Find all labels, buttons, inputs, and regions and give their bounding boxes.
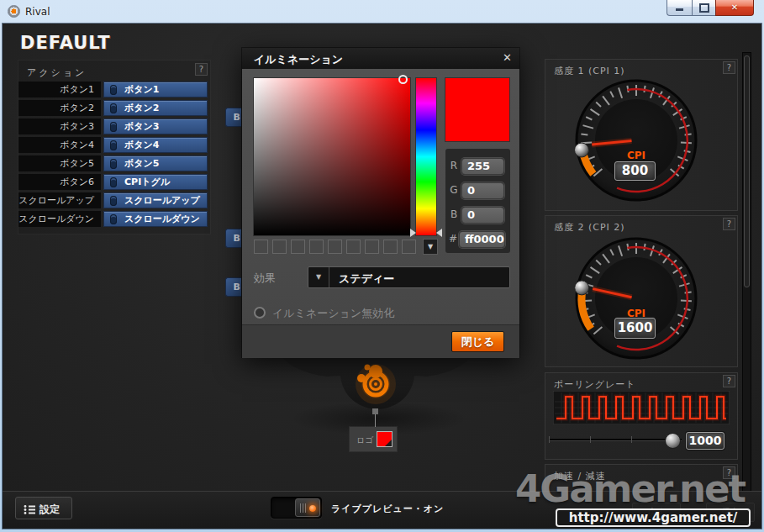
watermark-url: http://www.4gamer.net/	[556, 508, 751, 527]
settings-label: 設定	[40, 503, 60, 517]
effect-label: 効果	[254, 271, 276, 286]
chevron-down-icon[interactable]: ▼	[308, 267, 329, 287]
saturation-value-picker[interactable]	[254, 78, 410, 235]
hue-slider[interactable]	[416, 78, 436, 235]
action-assignment-button[interactable]: スクロールダウン	[103, 211, 208, 227]
live-preview-label: ライブプレビュー・オン	[331, 503, 444, 515]
action-row: スクロールアップ スクロールアップ	[18, 192, 210, 208]
cpi2-gauge[interactable]	[573, 235, 699, 361]
cpi1-help-button[interactable]: ?	[723, 61, 735, 74]
color-swatch[interactable]	[272, 240, 287, 254]
toggle-knob[interactable]	[295, 498, 320, 517]
r-input[interactable]: 255	[461, 158, 504, 175]
color-swatch[interactable]	[346, 240, 361, 254]
g-input[interactable]: 0	[461, 182, 504, 199]
b-input[interactable]: 0	[461, 207, 504, 224]
color-picker-cursor[interactable]	[398, 75, 408, 84]
effect-dropdown[interactable]: ▼ ステディー	[308, 266, 510, 288]
swatch-corner	[385, 440, 392, 446]
mouse-icon	[110, 196, 117, 206]
action-label: スクロールダウン	[18, 211, 101, 227]
slider-tick	[590, 436, 591, 443]
illumination-dialog: イルミネーション ✕ R 255 G 0 B 0 # ff0000	[242, 48, 519, 357]
minimize-icon	[676, 8, 683, 11]
cpi2-help-button[interactable]: ?	[723, 218, 735, 230]
logo-color-button[interactable]: ロゴ	[350, 427, 397, 451]
polling-slider-track[interactable]	[549, 439, 682, 440]
color-swatch[interactable]	[383, 240, 398, 254]
action-label: ボタン2	[18, 100, 101, 116]
hex-input[interactable]: ff0000	[459, 231, 505, 248]
mouse-icon	[110, 214, 117, 224]
minimize-button[interactable]	[667, 0, 692, 16]
logo-label: ロゴ	[356, 435, 373, 446]
action-assignment-button[interactable]: スクロールアップ	[103, 192, 208, 208]
maximize-icon	[699, 3, 709, 13]
polling-waveform	[553, 391, 730, 424]
hue-handle-left-icon[interactable]	[410, 229, 416, 237]
cpi2-value-input[interactable]: 1600	[614, 318, 656, 339]
polling-help-button[interactable]: ?	[723, 375, 735, 387]
grip-icon	[300, 503, 307, 513]
r-label: R	[449, 160, 459, 171]
action-row: ボタン6 CPIトグル	[18, 174, 210, 190]
color-swatch[interactable]	[291, 240, 305, 254]
mouse-icon	[110, 122, 117, 132]
actions-panel: アクション ? ボタン1 ボタン1 ボタン2 ボタン2 ボタン3 ボタン3 ボタ…	[18, 61, 210, 234]
action-label: スクロールアップ	[18, 192, 101, 208]
action-assignment-button[interactable]: ボタン5	[103, 155, 208, 171]
hue-handle-right-icon[interactable]	[436, 229, 442, 237]
cpi2-title: 感度 2 (CPI 2)	[554, 221, 625, 234]
cpi1-gauge[interactable]	[573, 77, 699, 203]
gauge-drag-handle	[575, 281, 589, 295]
action-row: ボタン4 ボタン4	[18, 137, 210, 153]
close-button[interactable]: ✕	[715, 0, 754, 16]
settings-button[interactable]: 設定	[15, 497, 72, 519]
window-titlebar[interactable]: Rival ✕	[0, 0, 764, 24]
action-label: ボタン1	[18, 82, 101, 97]
main-content: DEFAULT アクション ? ボタン1 ボタン1 ボタン2 ボタン2 ボタン3…	[3, 24, 761, 529]
color-swatch[interactable]	[309, 240, 324, 254]
button-callout[interactable]: B	[225, 108, 242, 127]
cpi1-value-input[interactable]: 800	[614, 161, 656, 181]
actions-help-button[interactable]: ?	[195, 63, 208, 76]
app-window: Rival ✕ DEFAULT アクション ? ボタン1 ボタン1 ボタン2 ボ…	[0, 0, 764, 532]
logo-color-swatch[interactable]	[377, 431, 393, 447]
polling-title: ポーリングレート	[554, 378, 636, 391]
mouse-icon	[110, 140, 117, 150]
action-assignment-button[interactable]: ボタン3	[103, 119, 208, 134]
scrollbar-track[interactable]	[742, 52, 751, 492]
dialog-close-icon[interactable]: ✕	[503, 51, 512, 64]
g-label: G	[449, 184, 459, 196]
button-callout[interactable]: B	[225, 277, 242, 297]
dialog-close-button[interactable]: 閉じる	[451, 331, 504, 352]
disable-illumination-label: イルミネーション無効化	[272, 306, 394, 321]
mouse-icon	[110, 177, 117, 187]
steelseries-logo-icon	[356, 364, 396, 404]
polling-slider-handle[interactable]	[665, 433, 681, 449]
live-preview-toggle[interactable]	[271, 497, 322, 519]
hex-label: #	[448, 233, 458, 245]
color-swatch[interactable]	[328, 240, 342, 254]
action-label: ボタン3	[18, 119, 101, 134]
window-title: Rival	[25, 6, 50, 18]
action-label: ボタン4	[18, 137, 101, 153]
action-assignment-button[interactable]: CPIトグル	[103, 174, 208, 190]
selected-color-preview	[445, 78, 509, 141]
action-assignment-button[interactable]: ボタン1	[103, 82, 208, 97]
action-assignment-button[interactable]: ボタン4	[103, 137, 208, 153]
b-label: B	[449, 208, 459, 220]
color-swatch[interactable]	[402, 240, 416, 254]
disable-illumination-checkbox[interactable]	[254, 307, 266, 319]
color-swatch[interactable]	[254, 240, 268, 254]
color-swatch[interactable]	[365, 240, 379, 254]
action-row: ボタン5 ボタン5	[18, 155, 210, 171]
button-callout[interactable]: B	[225, 229, 242, 248]
mouse-icon	[110, 159, 117, 169]
polling-value-input[interactable]: 1000	[686, 432, 724, 450]
swatch-dropdown-button[interactable]: ▼	[423, 239, 438, 255]
action-assignment-button[interactable]: ボタン2	[103, 100, 208, 116]
dialog-titlebar[interactable]: イルミネーション ✕	[242, 48, 519, 69]
scrollbar-thumb[interactable]	[744, 55, 750, 287]
maximize-button[interactable]	[692, 0, 715, 16]
